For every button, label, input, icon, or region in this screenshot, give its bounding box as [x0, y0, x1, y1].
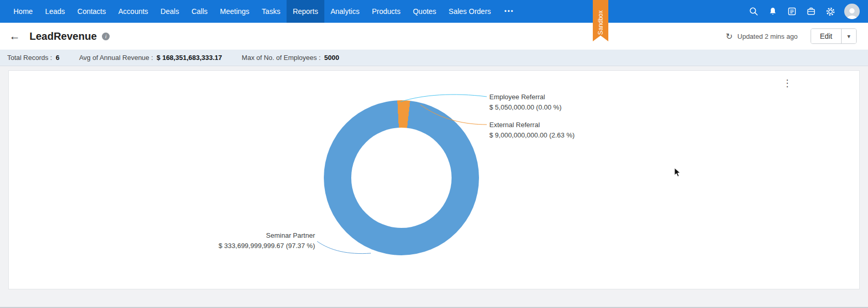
- report-header: ← LeadRevenue i ↻ Updated 2 mins ago Edi…: [0, 23, 868, 50]
- stat-value: $ 168,351,683,333.17: [157, 54, 222, 61]
- nav-item-reports[interactable]: Reports: [287, 0, 324, 23]
- user-avatar[interactable]: [844, 4, 860, 19]
- slice-value: $ 333,699,999,999.67 (97.37 %): [195, 241, 315, 251]
- refresh-icon[interactable]: ↻: [726, 32, 732, 41]
- slice-name: Seminar Partner: [195, 230, 315, 241]
- back-arrow-icon[interactable]: ←: [9, 30, 20, 42]
- stat-label: Max of No. of Employees :: [242, 54, 320, 61]
- nav-item-leads[interactable]: Leads: [39, 0, 71, 23]
- summary-stats-bar: Total Records : 6 Avg of Annual Revenue …: [0, 50, 868, 66]
- settings-gear-icon[interactable]: [825, 6, 835, 17]
- feeds-icon[interactable]: [787, 6, 797, 17]
- notifications-bell-icon[interactable]: [768, 6, 778, 17]
- nav-item-products[interactable]: Products: [366, 0, 407, 23]
- slice-name: External Referral: [489, 120, 575, 130]
- last-updated-text: Updated 2 mins ago: [738, 33, 798, 40]
- top-nav-bar: Home Leads Contacts Accounts Deals Calls…: [0, 0, 868, 23]
- chart-card: ⋮ Employee Referral $ 5,050,000.00 (0.00…: [8, 70, 860, 289]
- nav-item-quotes[interactable]: Quotes: [407, 0, 442, 23]
- slice-label-external-referral: External Referral $ 9,000,000,000.00 (2.…: [489, 120, 575, 140]
- report-header-actions: ↻ Updated 2 mins ago Edit ▼: [726, 28, 868, 44]
- sandbox-ribbon[interactable]: Sandbox: [593, 0, 608, 41]
- slice-value: $ 5,050,000.00 (0.00 %): [489, 102, 562, 113]
- nav-item-home[interactable]: Home: [7, 0, 39, 23]
- stat-label: Avg of Annual Revenue :: [79, 54, 153, 61]
- nav-item-contacts[interactable]: Contacts: [71, 0, 112, 23]
- nav-item-calls[interactable]: Calls: [185, 0, 214, 23]
- nav-item-deals[interactable]: Deals: [154, 0, 185, 23]
- more-tabs-icon[interactable]: •••: [497, 8, 521, 15]
- edit-split-button: Edit ▼: [811, 28, 857, 44]
- page: Home Leads Contacts Accounts Deals Calls…: [0, 0, 868, 308]
- chart-options-kebab-icon[interactable]: ⋮: [783, 78, 792, 89]
- slice-value: $ 9,000,000,000.00 (2.63 %): [489, 130, 575, 141]
- search-icon[interactable]: [749, 6, 759, 17]
- nav-menu: Home Leads Contacts Accounts Deals Calls…: [0, 0, 521, 23]
- slice-label-employee-referral: Employee Referral $ 5,050,000.00 (0.00 %…: [489, 92, 562, 112]
- nav-right-icons: [749, 4, 868, 19]
- stat-total-records: Total Records : 6: [7, 54, 59, 61]
- briefcase-icon[interactable]: [806, 6, 816, 17]
- slice-label-seminar-partner: Seminar Partner $ 333,699,999,999.67 (97…: [195, 230, 315, 251]
- stat-label: Total Records :: [7, 54, 52, 61]
- donut-hole: [351, 128, 452, 228]
- edit-button[interactable]: Edit: [811, 29, 842, 43]
- info-icon[interactable]: i: [102, 33, 110, 40]
- donut-chart[interactable]: [324, 100, 479, 255]
- nav-item-accounts[interactable]: Accounts: [112, 0, 155, 23]
- sandbox-ribbon-label: Sandbox: [597, 6, 604, 35]
- stat-value: 5000: [324, 54, 339, 61]
- edit-dropdown-chevron-icon[interactable]: ▼: [842, 29, 856, 43]
- page-title: LeadRevenue: [29, 30, 97, 42]
- nav-item-meetings[interactable]: Meetings: [214, 0, 256, 23]
- slice-name: Employee Referral: [489, 92, 562, 102]
- stat-max-employees: Max of No. of Employees : 5000: [242, 54, 339, 61]
- nav-item-tasks[interactable]: Tasks: [256, 0, 287, 23]
- stat-value: 6: [56, 54, 59, 61]
- nav-item-analytics[interactable]: Analytics: [324, 0, 366, 23]
- stat-avg-annual-revenue: Avg of Annual Revenue : $ 168,351,683,33…: [79, 54, 222, 61]
- nav-item-sales-orders[interactable]: Sales Orders: [442, 0, 497, 23]
